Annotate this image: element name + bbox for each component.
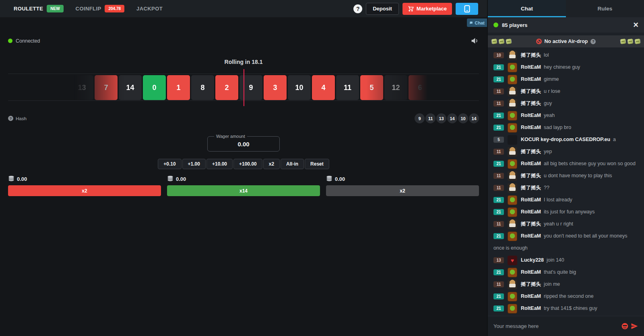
previous-rolls: 91113141014 (415, 113, 479, 123)
close-chat-icon[interactable]: × (633, 20, 638, 29)
chat-message: 11摇了摇头guy (488, 97, 644, 109)
nav-item-roulette[interactable]: ROULETTENEW (14, 5, 64, 12)
message-username[interactable]: 摇了摇头 (521, 149, 541, 154)
level-badge: 11 (493, 149, 504, 155)
tab-rules[interactable]: Rules (566, 0, 644, 17)
message-username[interactable]: 摇了摇头 (521, 52, 541, 58)
chat-message: 21RoItEaMtry that 141$ chines guy (488, 302, 644, 314)
wager-field[interactable]: Wager amount 0.00 (207, 134, 280, 152)
chat-input[interactable]: Your message here (493, 323, 621, 329)
message-username[interactable]: RoItEaM (521, 305, 541, 311)
airdrop-help-icon[interactable]: ? (590, 39, 596, 44)
quick-bet-1000[interactable]: +10.00 (206, 159, 233, 169)
message-username[interactable]: RoItEaM (521, 233, 541, 239)
message-username[interactable]: Lucky228 (521, 257, 544, 263)
bet-button-x2[interactable]: x2 (8, 185, 161, 196)
message-text: join me (544, 281, 560, 287)
players-count: 85 players (502, 22, 528, 28)
message-text: u r lose (544, 88, 560, 94)
marketplace-button[interactable]: Marketplace (402, 3, 452, 15)
roulette-tile-1: 1 (167, 75, 190, 100)
chat-toggle-button[interactable]: Chat (467, 18, 487, 27)
avatar (508, 99, 517, 109)
bet-column-x2-2: 0.00x2 (326, 176, 479, 196)
avatar (508, 135, 517, 145)
avatar (508, 147, 517, 157)
quick-bet-Allin[interactable]: All-in (281, 159, 304, 169)
rolling-countdown: Rolling in 18.1 (8, 59, 479, 65)
message-username[interactable]: KOCUR key-drop.com CASEDROP.eu (521, 137, 610, 142)
wager-input[interactable]: 0.00 (212, 141, 275, 148)
quick-bet-10000[interactable]: +100.00 (233, 159, 262, 169)
chat-message: 21RoItEaMhey chinese guy (488, 61, 644, 73)
level-badge: 21 (493, 161, 504, 167)
message-username[interactable]: 摇了摇头 (521, 221, 541, 227)
send-message-icon[interactable] (631, 322, 638, 330)
bet-button-x14[interactable]: x14 (167, 185, 320, 196)
message-username[interactable]: RoItEaM (521, 197, 541, 203)
hash-info[interactable]: ? Hash (8, 116, 27, 121)
avatar (508, 292, 517, 301)
message-username[interactable]: RoItEaM (521, 64, 541, 70)
chat-message: 11摇了摇头join me (488, 278, 644, 290)
hash-help-icon: ? (8, 116, 13, 121)
message-username[interactable]: RoItEaM (521, 161, 541, 166)
roulette-tiles: 13714018293104115126 (70, 75, 431, 100)
avatar (508, 123, 517, 133)
bet-button-x2[interactable]: x2 (326, 185, 479, 196)
roulette-tile-11: 11 (336, 75, 359, 100)
message-text: lol (544, 52, 549, 58)
nav-item-jackpot[interactable]: JACKPOT (136, 6, 163, 12)
level-badge: 5 (493, 137, 504, 143)
level-badge: 21 (493, 197, 504, 203)
hash-row: ? Hash 91113141014 (8, 113, 479, 123)
bet-amount-value: 0.00 (17, 176, 27, 182)
avatar (508, 87, 517, 96)
message-username[interactable]: RoItEaM (521, 125, 541, 130)
level-badge: 11 (493, 281, 504, 287)
level-badge: 21 (493, 269, 504, 275)
players-bar: 85 players × (488, 17, 644, 33)
message-username[interactable]: RoItEaM (521, 76, 541, 82)
connection-status: Connected (8, 38, 40, 44)
tab-chat[interactable]: Chat (488, 0, 566, 17)
message-username[interactable]: RoItEaM (521, 293, 541, 299)
message-text: its just for fun anyways (544, 209, 594, 215)
avatar (508, 207, 517, 217)
message-username[interactable]: 摇了摇头 (521, 88, 541, 94)
message-username[interactable]: 摇了摇头 (521, 185, 541, 191)
roulette-tile-10: 10 (288, 75, 311, 100)
message-username[interactable]: RoItEaM (521, 269, 541, 275)
quick-bet-100[interactable]: +1.00 (182, 159, 206, 169)
quick-bet-010[interactable]: +0.10 (158, 159, 181, 169)
help-button[interactable]: ? (353, 4, 362, 13)
emoji-picker-icon[interactable] (621, 323, 628, 330)
connection-label: Connected (16, 38, 40, 44)
message-username[interactable]: RoItEaM (521, 113, 541, 118)
deposit-button[interactable]: Deposit (366, 3, 399, 15)
message-username[interactable]: 摇了摇头 (521, 100, 541, 106)
message-username[interactable]: 摇了摇头 (521, 173, 541, 178)
message-username[interactable]: RoItEaM (521, 209, 541, 215)
level-badge: 21 (493, 125, 504, 131)
avatar (508, 219, 517, 229)
coin-stack-icon (167, 176, 173, 182)
airdrop-text: No active Air-drop (545, 39, 588, 44)
level-badge: 21 (493, 76, 504, 82)
sound-icon[interactable] (471, 37, 479, 45)
roulette-tile-8: 8 (191, 75, 214, 100)
online-dot-icon (493, 23, 498, 27)
message-username[interactable]: 摇了摇头 (521, 281, 541, 287)
bet-column-x2-0: 0.00x2 (8, 176, 161, 196)
mobile-view-button[interactable] (456, 3, 478, 15)
roulette-tile-6: 6 (409, 75, 431, 100)
quick-bet-Reset[interactable]: Reset (305, 159, 329, 169)
quick-bet-buttons: +0.10+1.00+10.00+100.00x2All-inReset (8, 159, 479, 169)
flying-money-icon (499, 39, 504, 44)
previous-roll: 14 (469, 113, 479, 123)
chat-message: 13♥Lucky228join 140 (488, 254, 644, 266)
avatar (508, 63, 517, 72)
avatar (508, 159, 517, 169)
nav-item-coinflip[interactable]: COINFLIP204.78 (76, 5, 124, 12)
quick-bet-x2[interactable]: x2 (263, 159, 280, 169)
